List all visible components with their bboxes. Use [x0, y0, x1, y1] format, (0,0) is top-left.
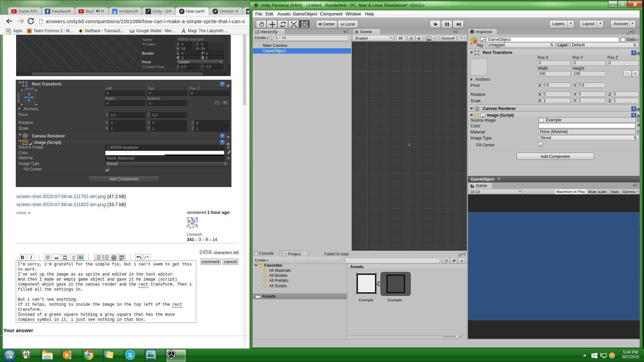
- svg-text:g: g: [114, 9, 116, 14]
- svg-text:3: 3: [95, 258, 96, 260]
- svg-text:S: S: [128, 352, 132, 359]
